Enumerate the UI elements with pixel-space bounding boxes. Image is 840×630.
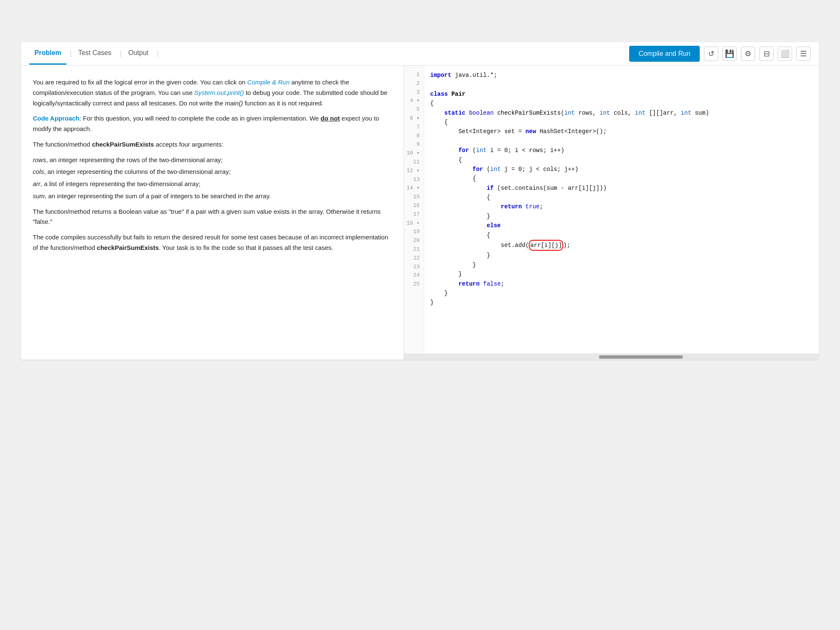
system-out-link: System.out.print() [194, 89, 244, 96]
ln-25: 25 [404, 280, 424, 289]
tab-testcases[interactable]: Test Cases [73, 42, 116, 65]
code-content[interactable]: import java.util.*; class Pair { static … [424, 66, 819, 354]
boolean-keyword: boolean [469, 110, 494, 116]
for-keyword1: for [458, 147, 469, 154]
menu-icon-btn[interactable]: ☰ [796, 47, 811, 61]
ln-15: 15 [404, 193, 424, 202]
true-keyword: true [525, 203, 540, 210]
method-name-code: checkPairSumExists [497, 110, 561, 116]
function-desc: The function/method checkPairSumExists a… [33, 139, 392, 150]
ln-18: 18 ▾ [404, 219, 424, 228]
main-func-ref: main() [225, 100, 243, 107]
ln-19: 19 [404, 228, 424, 236]
param-rows: rows, an integer representing the rows o… [33, 155, 392, 165]
int-kw1: int [564, 110, 575, 116]
ln-20: 20 [404, 236, 424, 245]
ln-2: 2 [404, 79, 424, 88]
param-list: rows, an integer representing the rows o… [33, 155, 392, 202]
settings-icon-btn[interactable]: ⚙ [741, 47, 755, 61]
param-rows-name: rows [33, 156, 46, 163]
ln-23: 23 [404, 263, 424, 272]
return-keyword2: return [458, 281, 479, 287]
ln-8: 8 [404, 132, 424, 141]
content-area: You are required to fix all the logical … [21, 66, 819, 360]
class-name: Pair [452, 91, 466, 97]
code-approach-label: Code Approach [33, 115, 79, 122]
int-kw6: int [490, 166, 501, 173]
int-kw4: int [681, 110, 691, 116]
for-keyword2: for [472, 166, 483, 173]
bug-text: The code compiles successfully but fails… [33, 232, 392, 253]
menu-icon: ☰ [800, 49, 807, 58]
sep2: | [120, 50, 121, 58]
compile-run-button[interactable]: Compile and Run [629, 46, 700, 62]
return-keyword1: return [501, 203, 522, 210]
bug-method-name: checkPairSumExists [97, 244, 159, 251]
ln-5: 5 [404, 105, 424, 114]
line-numbers: 1 2 3 4 ▾ 5 6 ▾ 7 8 9 10 ▾ 11 12 ▾ 13 14… [404, 66, 424, 354]
class-keyword: class [430, 91, 448, 97]
top-bar: Problem | Test Cases | Output | Compile … [21, 42, 819, 66]
reset-icon: ↺ [708, 49, 714, 58]
param-sum-name: sum [33, 192, 45, 200]
ln-13: 13 [404, 176, 424, 184]
ln-24: 24 [404, 271, 424, 280]
method-name-inline: checkPairSumExists [92, 141, 154, 148]
tab-problem[interactable]: Problem [29, 42, 66, 65]
ln-21: 21 [404, 245, 424, 254]
reset-icon-btn[interactable]: ↺ [704, 47, 718, 61]
code-approach-text: Code Approach: For this question, you wi… [33, 113, 392, 134]
sep3: | [157, 50, 159, 58]
save-icon-btn[interactable]: 💾 [722, 47, 737, 61]
code-editor[interactable]: 1 2 3 4 ▾ 5 6 ▾ 7 8 9 10 ▾ 11 12 ▾ 13 14… [404, 66, 819, 354]
param-arr-name: arr [33, 180, 40, 187]
problem-panel: You are required to fix all the logical … [21, 66, 404, 360]
fullscreen-icon-btn[interactable]: ⬜ [778, 47, 792, 61]
split-icon-btn[interactable]: ⊟ [759, 47, 774, 61]
int-kw2: int [600, 110, 610, 116]
sep1: | [70, 50, 71, 58]
ln-7: 7 [404, 123, 424, 132]
highlighted-code: arr[i][j] [529, 240, 563, 251]
ln-16: 16 [404, 202, 424, 210]
param-sum: sum, an integer representing the sum of … [33, 191, 392, 202]
split-icon: ⊟ [764, 49, 770, 58]
horizontal-scrollbar[interactable] [404, 354, 819, 360]
new-keyword1: new [525, 128, 536, 135]
scrollbar-thumb[interactable] [599, 355, 683, 359]
ln-9: 9 [404, 140, 424, 149]
ln-3: 3 [404, 88, 424, 97]
right-controls: Compile and Run ↺ 💾 ⚙ ⊟ ⬜ ☰ [629, 46, 811, 62]
else-keyword: else [487, 222, 501, 229]
param-arr: arr, a list of integers representing the… [33, 179, 392, 189]
settings-icon: ⚙ [745, 49, 751, 58]
ln-6: 6 ▾ [404, 114, 424, 123]
int-kw5: int [476, 147, 486, 154]
ln-10: 10 ▾ [404, 149, 424, 158]
ln-1: 1 [404, 71, 424, 79]
ln-17: 17 [404, 210, 424, 219]
do-not-text: do not [320, 115, 340, 122]
ln-12: 12 ▾ [404, 167, 424, 176]
ln-14: 14 ▾ [404, 184, 424, 193]
false-keyword: false [483, 281, 501, 287]
if-keyword: if [487, 185, 494, 192]
ln-22: 22 [404, 254, 424, 263]
int-kw3: int [635, 110, 646, 116]
returns-text: The function/method returns a Boolean va… [33, 207, 392, 228]
param-cols-name: cols [33, 168, 44, 175]
compile-run-link[interactable]: Compile & Run [247, 79, 290, 86]
param-cols: cols, an integer representing the column… [33, 167, 392, 177]
save-icon: 💾 [725, 49, 734, 58]
fullscreen-icon: ⬜ [780, 49, 790, 58]
code-editor-panel: 1 2 3 4 ▾ 5 6 ▾ 7 8 9 10 ▾ 11 12 ▾ 13 14… [404, 66, 819, 360]
ln-4: 4 ▾ [404, 97, 424, 105]
tab-output[interactable]: Output [123, 42, 153, 65]
static-keyword: static [444, 110, 465, 116]
ln-11: 11 [404, 158, 424, 167]
intro-text: You are required to fix all the logical … [33, 77, 392, 108]
import-keyword: import [430, 72, 451, 79]
